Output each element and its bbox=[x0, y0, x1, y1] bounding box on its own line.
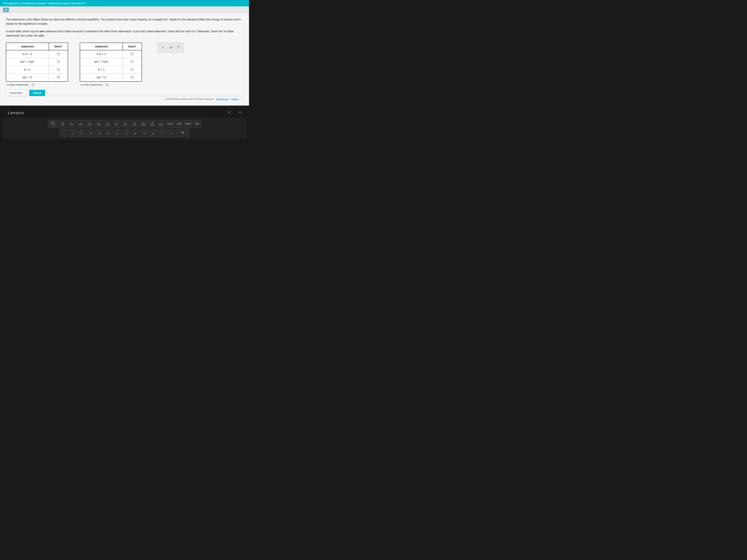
x-button[interactable]: × bbox=[161, 45, 165, 50]
0-key[interactable]: ) 0 bbox=[149, 129, 157, 137]
table2: statement false? ln K = 1 ΔH° = TΔS° K =… bbox=[80, 43, 142, 82]
table1-wrapper: statement false? ln K < 0 ΔH° > TΔS° K <… bbox=[6, 43, 68, 86]
2-key[interactable]: @ 2 bbox=[77, 129, 85, 137]
check-button[interactable]: Check bbox=[29, 90, 45, 96]
table2-row3-statement: K = 1 bbox=[80, 66, 123, 74]
backspace-key[interactable]: ⌫ bbox=[176, 129, 189, 137]
f1-key[interactable]: ⊠ F1 bbox=[59, 120, 67, 128]
table-row: ΔG° < 0 bbox=[6, 74, 68, 81]
dropdown-area: ▼ bbox=[0, 6, 249, 14]
footer-bar: © 2019 McGraw-Hill Education. All Rights… bbox=[6, 96, 243, 102]
num-key-row: ~ ` ! 1 @ 2 # 3 $ 4 % 5 bbox=[4, 129, 245, 137]
lenovo-row: Lenovo ⊞ XI bbox=[2, 109, 247, 116]
table2-no-false-label: no false statements: bbox=[80, 83, 103, 86]
f7-key[interactable]: ▭ F7 bbox=[112, 120, 121, 128]
9-key[interactable]: ( 9 bbox=[140, 129, 148, 137]
3-key[interactable]: # 3 bbox=[86, 129, 95, 137]
del-key[interactable]: Del bbox=[193, 120, 201, 128]
table2-row1-radio[interactable] bbox=[123, 50, 142, 58]
top-bar-title: Recognizing consistency between statemen… bbox=[3, 2, 88, 5]
esc-key[interactable]: Esc FnLock bbox=[48, 120, 58, 128]
f2-key[interactable]: ◁- F2 bbox=[68, 120, 76, 128]
fn-key-row: Esc FnLock ⊠ F1 ◁- F2 ◁+ F3 ✕ F4 ☼- F5 bbox=[4, 120, 245, 128]
symbol-panel: × ↺ ? bbox=[158, 43, 184, 53]
keyboard: Esc FnLock ⊠ F1 ◁- F2 ◁+ F3 ✕ F4 ☼- F5 bbox=[3, 117, 246, 139]
f5-key[interactable]: ☼- F5 bbox=[95, 120, 103, 128]
7-key[interactable]: & 7 bbox=[122, 129, 130, 137]
table1-no-false-label: no false statements: bbox=[7, 83, 29, 86]
minus-key[interactable]: _ - bbox=[158, 129, 166, 137]
table-row: ΔH° = TΔS° bbox=[80, 58, 142, 66]
table1-row3-radio[interactable] bbox=[49, 66, 68, 74]
home-key[interactable]: Home bbox=[166, 120, 174, 128]
table1-col1-header: statement bbox=[6, 43, 49, 50]
f8-key[interactable]: ⊕ F8 bbox=[121, 120, 130, 128]
table1-no-false-row: no false statements: bbox=[6, 83, 35, 86]
table-row: ΔH° > TΔS° bbox=[6, 58, 68, 66]
intro-paragraph-2: In each table, there may be one statemen… bbox=[6, 29, 243, 38]
table1-row1-radio[interactable] bbox=[49, 50, 68, 58]
tilde-key[interactable]: ~ ` bbox=[59, 129, 68, 137]
xi-label: XI bbox=[239, 111, 245, 114]
top-bar: Recognizing consistency between statemen… bbox=[0, 0, 249, 6]
table2-col2-header: false? bbox=[123, 43, 142, 50]
lenovo-label: Lenovo bbox=[4, 109, 24, 116]
privacy-link[interactable]: Privac... bbox=[231, 98, 239, 100]
table2-row1-statement: ln K = 1 bbox=[80, 50, 123, 58]
tables-row: statement false? ln K < 0 ΔH° > TΔS° K <… bbox=[6, 43, 243, 86]
table2-col1-header: statement bbox=[80, 43, 123, 50]
table-row: ln K = 1 bbox=[80, 50, 142, 58]
keyboard-area: Lenovo ⊞ XI Esc FnLock ⊠ F1 ◁- F2 ◁+ F3 bbox=[0, 106, 249, 139]
table1: statement false? ln K < 0 ΔH° > TΔS° K <… bbox=[6, 43, 68, 82]
table2-row3-radio[interactable] bbox=[123, 66, 142, 74]
8-key[interactable]: * 8 bbox=[131, 129, 139, 137]
table-row: ln K < 0 bbox=[6, 50, 68, 58]
insert-key[interactable]: Insert bbox=[184, 120, 192, 128]
table1-row2-statement: ΔH° > TΔS° bbox=[6, 58, 49, 66]
f11-key[interactable]: ▦ F11 bbox=[148, 120, 156, 128]
dropdown-button[interactable]: ▼ bbox=[3, 7, 9, 12]
f6-key[interactable]: ☼+ F6 bbox=[103, 120, 112, 128]
terms-of-use-link[interactable]: Terms of Use bbox=[216, 98, 229, 100]
buttons-row: Explanation Check bbox=[6, 90, 243, 96]
f4-key[interactable]: ✕ F4 bbox=[85, 120, 94, 128]
5-key[interactable]: % 5 bbox=[104, 129, 112, 137]
table1-row4-statement: ΔG° < 0 bbox=[6, 74, 49, 81]
explanation-button[interactable]: Explanation bbox=[6, 90, 26, 96]
table2-wrapper: statement false? ln K = 1 ΔH° = TΔS° K =… bbox=[80, 43, 142, 86]
table2-row2-radio[interactable] bbox=[123, 58, 142, 66]
table2-row2-statement: ΔH° = TΔS° bbox=[80, 58, 123, 66]
1-key[interactable]: ! 1 bbox=[69, 129, 77, 137]
end-key[interactable]: End bbox=[175, 120, 183, 128]
6-key[interactable]: ^ 6 bbox=[113, 129, 121, 137]
windows-logo-icon: ⊞ bbox=[228, 110, 239, 115]
table1-row1-statement: ln K < 0 bbox=[6, 50, 49, 58]
table1-col2-header: false? bbox=[49, 43, 68, 50]
table1-row4-radio[interactable] bbox=[49, 74, 68, 81]
f12-key[interactable]: ☆ F12 bbox=[157, 120, 165, 128]
f3-key[interactable]: ◁+ F3 bbox=[77, 120, 85, 128]
table-row: K < 1 bbox=[6, 66, 68, 74]
table2-row4-statement: ΔG° = 0 bbox=[80, 74, 123, 81]
table2-row4-radio[interactable] bbox=[123, 74, 142, 81]
main-content: The statements in the tables below are a… bbox=[0, 14, 249, 106]
table-row: ΔG° = 0 bbox=[80, 74, 142, 81]
table2-no-false-row: no false statements: bbox=[80, 83, 108, 86]
table-row: K = 1 bbox=[80, 66, 142, 74]
f10-key[interactable]: ✲ F10 bbox=[139, 120, 148, 128]
one-bold: one bbox=[40, 30, 45, 33]
f9-key[interactable]: ⚙ F9 bbox=[130, 120, 138, 128]
table2-no-false-radio[interactable] bbox=[105, 83, 108, 86]
copyright-text: © 2019 McGraw-Hill Education. All Rights… bbox=[164, 98, 214, 100]
table1-no-false-radio[interactable] bbox=[31, 83, 35, 86]
undo-button[interactable]: ↺ bbox=[169, 45, 173, 50]
table1-row3-statement: K < 1 bbox=[6, 66, 49, 74]
intro-paragraph-1: The statements in the tables below are a… bbox=[6, 17, 243, 26]
table1-row2-radio[interactable] bbox=[49, 58, 68, 66]
help-button[interactable]: ? bbox=[176, 45, 180, 50]
4-key[interactable]: $ 4 bbox=[95, 129, 103, 137]
equals-key[interactable]: + = bbox=[167, 129, 175, 137]
